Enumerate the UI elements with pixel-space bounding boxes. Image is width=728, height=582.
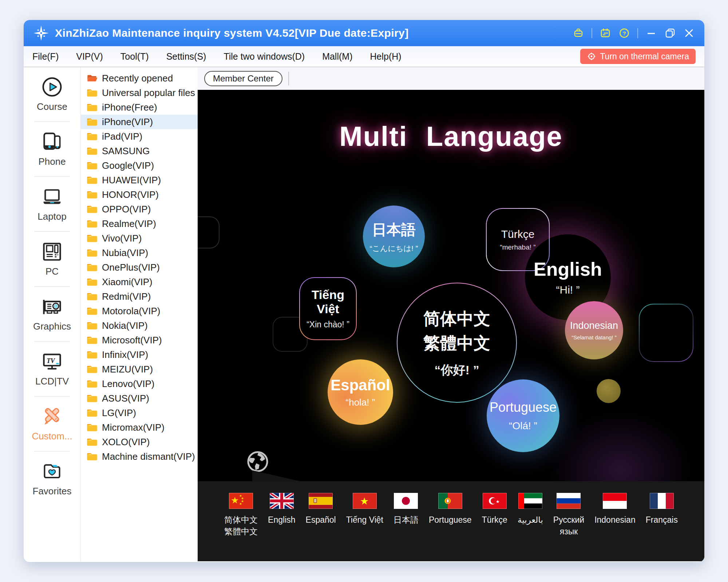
folder-icon bbox=[87, 379, 98, 388]
sidebar-divider bbox=[34, 121, 70, 122]
tree-item-lg-vip[interactable]: LG(VIP) bbox=[81, 406, 198, 420]
tree-item-label: Micromax(VIP) bbox=[102, 422, 165, 433]
tree-item-ipad-vip[interactable]: iPad(VIP) bbox=[81, 129, 198, 144]
tree-item-lenovo-vip[interactable]: Lenovo(VIP) bbox=[81, 376, 198, 391]
flag-portugal-icon bbox=[438, 493, 462, 509]
restore-button[interactable] bbox=[664, 27, 676, 39]
tree-item-xolo-vip[interactable]: XOLO(VIP) bbox=[81, 435, 198, 449]
menu-item-tool-t[interactable]: Tool(T) bbox=[120, 51, 149, 62]
tree-item-label: SAMSUNG bbox=[102, 146, 150, 157]
flag-item-indonesia[interactable]: Indonesian bbox=[594, 493, 636, 561]
sidebar-item-laptop[interactable]: Laptop bbox=[24, 186, 80, 222]
menu-item-settins-s[interactable]: Settins(S) bbox=[166, 51, 206, 62]
app-logo-icon bbox=[33, 25, 49, 41]
tab-divider bbox=[288, 72, 289, 85]
tree-item-vivo-vip[interactable]: Vivo(VIP) bbox=[81, 231, 198, 246]
flag-item-russia[interactable]: Русский язык bbox=[553, 493, 584, 561]
flag-japan-icon bbox=[394, 493, 418, 509]
bubble-vietnamese: Tiếng Việt “Xin chào! ” bbox=[299, 277, 357, 340]
flag-item-uae[interactable]: بالعربية bbox=[518, 493, 543, 561]
tree-item-label: Google(VIP) bbox=[102, 160, 154, 171]
tree-item-universal-popular-files-free[interactable]: Universal popular files (free) bbox=[81, 85, 198, 100]
member-center-tab[interactable]: Member Center bbox=[204, 71, 282, 86]
sidebar-item-course[interactable]: Course bbox=[24, 76, 80, 112]
sidebar-item-pc[interactable]: PC bbox=[24, 241, 80, 277]
menu-item-help-h[interactable]: Help(H) bbox=[370, 51, 401, 62]
tree-item-meizu-vip[interactable]: MEIZU(VIP) bbox=[81, 362, 198, 376]
bubble-japanese: 日本語 “こんにちは! ” bbox=[363, 206, 425, 267]
help-icon[interactable]: ? bbox=[618, 27, 630, 39]
flag-label: 日本語 bbox=[393, 514, 419, 526]
flag-item-france[interactable]: Français bbox=[646, 493, 678, 561]
close-button[interactable] bbox=[683, 27, 695, 39]
tree-item-recently-opened[interactable]: Recently opened bbox=[81, 71, 198, 85]
sidebar-item-label: PC bbox=[46, 266, 59, 277]
tree-item-oppo-vip[interactable]: OPPO(VIP) bbox=[81, 202, 198, 216]
tree-item-label: iPad(VIP) bbox=[102, 131, 142, 142]
flag-item-japan[interactable]: 日本語 bbox=[393, 493, 419, 561]
tree-item-label: ASUS(VIP) bbox=[102, 393, 149, 404]
lock-icon[interactable] bbox=[573, 27, 584, 39]
minimize-button[interactable] bbox=[645, 27, 657, 39]
folder-icon bbox=[87, 452, 98, 461]
folder-icon bbox=[87, 248, 98, 257]
menu-item-tile-two-windows-d[interactable]: Tile two windows(D) bbox=[223, 51, 305, 62]
flag-label: Español bbox=[306, 514, 336, 526]
tree-item-oneplus-vip[interactable]: OnePlus(VIP) bbox=[81, 260, 198, 275]
flag-label: Indonesian bbox=[594, 514, 636, 526]
tree-item-nubia-vip[interactable]: Nubia(VIP) bbox=[81, 246, 198, 260]
tree-item-label: Xiaomi(VIP) bbox=[102, 276, 153, 288]
tree-item-redmi-vip[interactable]: Redmi(VIP) bbox=[81, 289, 198, 304]
folder-icon bbox=[87, 88, 98, 97]
sidebar-item-label: Course bbox=[37, 101, 67, 112]
menu-item-file-f[interactable]: File(F) bbox=[32, 51, 59, 62]
flag-item-turkey[interactable]: ★Türkçe bbox=[482, 493, 507, 561]
tree-item-label: Recently opened bbox=[102, 73, 173, 84]
menu-item-vip-v[interactable]: VIP(V) bbox=[76, 51, 103, 62]
flag-item-uk[interactable]: English bbox=[268, 493, 295, 561]
folder-icon bbox=[87, 190, 98, 199]
laptop-icon bbox=[41, 186, 63, 208]
folder-icon bbox=[87, 263, 98, 272]
sidebar-item-favorites[interactable]: Favorites bbox=[24, 461, 80, 497]
flag-item-vietnam[interactable]: ★Tiếng Việt bbox=[346, 493, 383, 561]
folder-icon bbox=[87, 103, 98, 112]
flag-item-spain[interactable]: Español bbox=[306, 493, 336, 561]
sidebar-item-phone[interactable]: Phone bbox=[24, 131, 80, 167]
folder-icon bbox=[87, 219, 98, 228]
tree-item-motorola-vip[interactable]: Motorola(VIP) bbox=[81, 304, 198, 318]
tree-item-honor-vip[interactable]: HONOR(VIP) bbox=[81, 187, 198, 202]
tree-item-asus-vip[interactable]: ASUS(VIP) bbox=[81, 391, 198, 406]
bubble-chinese: 简体中文 繁體中文 “你好! ” bbox=[397, 283, 517, 403]
tree-item-iphone-vip[interactable]: iPhone(VIP) bbox=[81, 115, 198, 129]
tree-item-label: Machine dismant(VIP) bbox=[102, 451, 195, 462]
bubble-portuguese: Portuguese “Olá! ” bbox=[487, 379, 559, 452]
tree-item-xiaomi-vip[interactable]: Xiaomi(VIP) bbox=[81, 275, 198, 289]
tree-item-label: LG(VIP) bbox=[102, 407, 136, 419]
custom-icon bbox=[41, 406, 63, 427]
calendar-icon[interactable] bbox=[600, 27, 611, 39]
tree-item-microsoft-vip[interactable]: Microsoft(VIP) bbox=[81, 333, 198, 347]
sidebar-item-custom[interactable]: Custom... bbox=[24, 406, 80, 442]
tree-item-machine-dismant-vip[interactable]: Machine dismant(VIP) bbox=[81, 449, 198, 464]
graphics-icon bbox=[41, 296, 63, 318]
tree-item-iphone-free[interactable]: iPhone(Free) bbox=[81, 100, 198, 115]
phone-icon bbox=[41, 131, 63, 153]
flag-item-china[interactable]: ★★★★★简体中文 繁體中文 bbox=[224, 493, 258, 561]
folder-icon bbox=[87, 234, 98, 243]
sidebar-item-lcd-tv[interactable]: TVLCD|TV bbox=[24, 351, 80, 387]
sidebar-item-graphics[interactable]: Graphics bbox=[24, 296, 80, 332]
tree-item-huawei-vip[interactable]: HUAWEI(VIP) bbox=[81, 173, 198, 187]
tree-item-nokia-vip[interactable]: Nokia(VIP) bbox=[81, 318, 198, 333]
tree-item-infinix-vip[interactable]: Infinix(VIP) bbox=[81, 347, 198, 362]
flag-item-portugal[interactable]: Portuguese bbox=[429, 493, 472, 561]
tree-item-realme-vip[interactable]: Realme(VIP) bbox=[81, 216, 198, 231]
tree-item-samsung[interactable]: SAMSUNG bbox=[81, 144, 198, 158]
tree-item-label: Vivo(VIP) bbox=[102, 233, 142, 244]
thermal-camera-button[interactable]: Turn on thermal camera bbox=[580, 49, 696, 64]
language-flag-bar: ★★★★★简体中文 繁體中文EnglishEspañol★Tiếng Việt日… bbox=[198, 481, 704, 561]
tree-item-google-vip[interactable]: Google(VIP) bbox=[81, 158, 198, 173]
menu-item-mall-m[interactable]: Mall(M) bbox=[322, 51, 352, 62]
svg-text:★: ★ bbox=[496, 499, 500, 504]
tree-item-micromax-vip[interactable]: Micromax(VIP) bbox=[81, 420, 198, 435]
